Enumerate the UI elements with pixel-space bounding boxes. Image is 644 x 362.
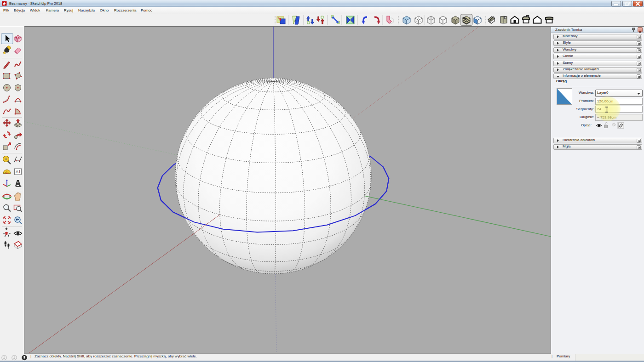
svg-text:A1: A1 <box>16 170 21 174</box>
